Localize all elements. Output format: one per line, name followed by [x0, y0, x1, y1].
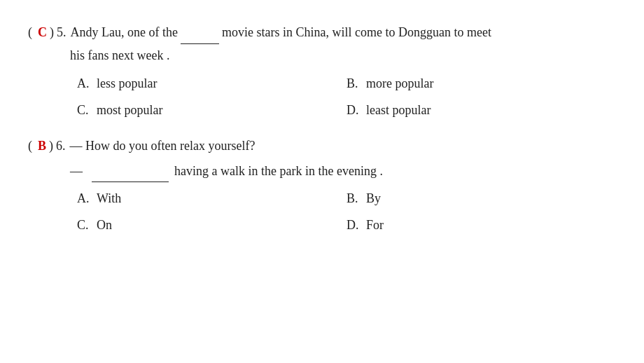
q6-option-c-label: C.	[77, 213, 92, 237]
q5-blank	[181, 21, 219, 44]
q5-option-b-label: B.	[346, 71, 362, 95]
q6-sub-line: — having a walk in the park in the eveni…	[70, 159, 616, 182]
q6-option-d: D. For	[346, 213, 616, 237]
q6-option-d-label: D.	[346, 213, 362, 237]
question-5: ( C ) 5. Andy Lau, one of the movie star…	[28, 21, 616, 122]
q5-bracket-open: (	[28, 21, 32, 43]
q5-option-a-label: A.	[77, 71, 92, 95]
q6-option-a-text: With	[97, 186, 121, 210]
q5-text-after: movie stars in China, will come to Dongg…	[222, 21, 491, 43]
q5-option-d-label: D.	[346, 98, 362, 122]
q6-text-main: — How do you often relax yourself?	[70, 135, 255, 157]
q6-options: A. With B. By C. On D. For	[77, 186, 616, 237]
q5-option-d: D. least popular	[346, 98, 616, 122]
q5-option-d-text: least popular	[366, 98, 430, 122]
q6-option-b-text: By	[366, 186, 381, 210]
q5-option-a-text: less popular	[97, 71, 157, 95]
q6-sub-dash: —	[70, 164, 83, 178]
q6-option-c: C. On	[77, 213, 346, 237]
q6-option-a: A. With	[77, 186, 346, 210]
q6-blank	[92, 159, 169, 182]
q5-option-c: C. most popular	[77, 98, 346, 122]
q5-options: A. less popular B. more popular C. most …	[77, 71, 616, 122]
q5-option-b: B. more popular	[346, 71, 616, 95]
q5-option-b-text: more popular	[366, 71, 433, 95]
q5-option-a: A. less popular	[77, 71, 346, 95]
q5-number: 5.	[57, 21, 66, 43]
q6-bracket-close: )	[49, 135, 53, 157]
q6-option-b: B. By	[346, 186, 616, 210]
q6-sub-text: having a walk in the park in the evening…	[174, 164, 383, 178]
q5-option-c-label: C.	[77, 98, 92, 122]
q6-answer: B	[38, 135, 46, 157]
q5-answer: C	[38, 21, 47, 43]
q5-main-line: ( C ) 5. Andy Lau, one of the movie star…	[28, 21, 616, 44]
q5-continuation: his fans next week .	[70, 44, 616, 67]
q6-option-d-text: For	[366, 213, 384, 237]
q6-main-line: ( B ) 6. — How do you often relax yourse…	[28, 135, 616, 157]
q6-number: 6.	[56, 135, 66, 157]
q6-option-c-text: On	[97, 213, 112, 237]
question-6: ( B ) 6. — How do you often relax yourse…	[28, 135, 616, 237]
q6-bracket-open: (	[28, 135, 32, 157]
q5-text-before: Andy Lau, one of the	[71, 21, 178, 43]
exam-content: ( C ) 5. Andy Lau, one of the movie star…	[28, 21, 616, 237]
q5-bracket-close: )	[50, 21, 54, 43]
q5-option-c-text: most popular	[97, 98, 163, 122]
q6-option-a-label: A.	[77, 186, 92, 210]
q6-option-b-label: B.	[346, 186, 362, 210]
